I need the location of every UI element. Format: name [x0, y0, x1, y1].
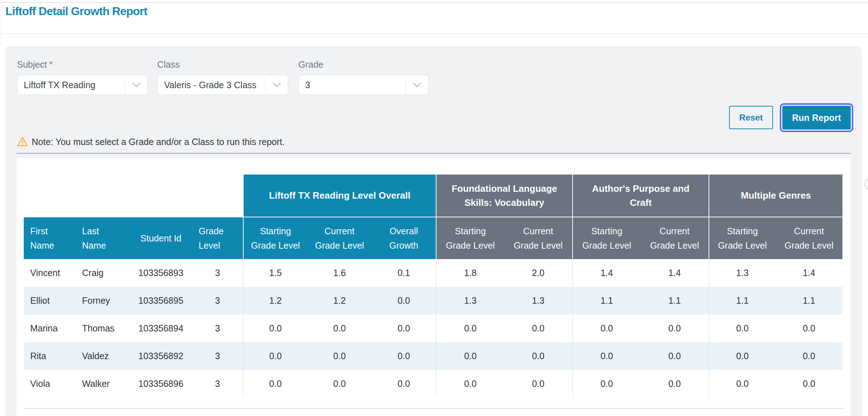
- chevron-down-icon: [132, 82, 141, 87]
- data-cell: 0.0: [243, 370, 307, 398]
- class-select-value: Valeris - Grade 3 Class: [164, 75, 257, 95]
- grade-label: Grade: [298, 59, 323, 70]
- growth-report-table: Liftoff TX Reading Level OverallFoundati…: [24, 175, 842, 398]
- chevron-down-icon: [412, 82, 422, 87]
- data-cell: 103356893: [130, 259, 192, 287]
- data-cell: 0.0: [243, 342, 307, 370]
- column-header-cell: Starting Grade Level: [572, 217, 641, 259]
- data-cell: 0.0: [641, 315, 709, 342]
- data-cell: 0.0: [504, 370, 572, 398]
- floating-widget-button[interactable]: [865, 177, 868, 191]
- data-cell: 1.3: [436, 287, 504, 315]
- data-cell: 1.2: [307, 287, 372, 315]
- table-row: ViolaWalker10335689630.00.00.00.00.00.00…: [24, 370, 842, 398]
- data-cell: 0.1: [372, 259, 436, 287]
- data-cell: 1.3: [709, 259, 776, 287]
- header-divider: [0, 33, 868, 34]
- data-cell: 0.0: [436, 342, 504, 370]
- data-cell: 3: [192, 315, 243, 342]
- data-cell: 103356894: [130, 315, 192, 342]
- data-cell: 0.0: [436, 315, 504, 342]
- column-header-cell: Student Id: [130, 217, 192, 259]
- data-cell: 0.0: [572, 370, 641, 398]
- data-cell: Walker: [76, 370, 130, 398]
- group-header-cell: [24, 175, 243, 217]
- data-cell: 1.4: [572, 259, 641, 287]
- column-header-cell: Starting Grade Level: [243, 217, 307, 259]
- data-cell: Vincent: [24, 259, 76, 287]
- data-cell: 1.8: [436, 259, 504, 287]
- data-cell: 1.3: [504, 287, 572, 315]
- data-cell: 3: [192, 287, 243, 315]
- note-divider: [17, 153, 851, 154]
- window-top-border: [0, 2, 868, 3]
- column-header-cell: Current Grade Level: [504, 217, 572, 259]
- column-header-cell: Grade Level: [192, 217, 243, 259]
- select-separator: [125, 77, 125, 92]
- group-header-cell: Author's Purpose and Craft: [572, 175, 709, 217]
- grade-select[interactable]: 3: [298, 75, 429, 95]
- select-separator: [265, 77, 266, 92]
- data-cell: 1.1: [776, 287, 842, 315]
- report-table-wrap: Liftoff TX Reading Level OverallFoundati…: [24, 175, 842, 398]
- group-header-cell: Multiple Genres: [709, 175, 842, 217]
- data-cell: 0.0: [504, 342, 572, 370]
- group-header-cell: Liftoff TX Reading Level Overall: [243, 175, 436, 217]
- data-cell: 0.0: [504, 315, 572, 342]
- data-cell: Thomas: [76, 315, 130, 342]
- data-cell: 0.0: [776, 370, 842, 398]
- column-header-cell: Starting Grade Level: [436, 217, 504, 259]
- data-cell: Marina: [24, 315, 76, 342]
- data-cell: 103356896: [130, 370, 192, 398]
- class-select[interactable]: Valeris - Grade 3 Class: [157, 75, 288, 95]
- data-cell: 103356895: [130, 287, 192, 315]
- data-cell: 1.1: [572, 287, 641, 315]
- column-header-cell: Overall Growth: [372, 217, 436, 259]
- data-cell: Forney: [76, 287, 130, 315]
- warning-icon: [17, 136, 28, 146]
- required-asterisk: *: [49, 59, 53, 69]
- select-separator: [406, 77, 406, 92]
- data-cell: Viola: [24, 370, 76, 398]
- data-cell: Valdez: [76, 342, 130, 370]
- data-cell: 0.0: [572, 342, 641, 370]
- subject-select[interactable]: Liftoff TX Reading: [17, 75, 148, 95]
- data-cell: 1.1: [641, 287, 709, 315]
- data-cell: 0.0: [372, 287, 436, 315]
- grade-select-value: 3: [305, 75, 310, 95]
- data-cell: 0.0: [372, 342, 436, 370]
- table-bottom-divider: [23, 408, 844, 409]
- column-header-cell: First Name: [24, 217, 76, 259]
- table-row: MarinaThomas10335689430.00.00.00.00.00.0…: [24, 315, 842, 342]
- data-cell: 3: [192, 370, 243, 398]
- data-cell: 0.0: [709, 342, 776, 370]
- data-cell: 0.0: [307, 370, 372, 398]
- data-cell: 0.0: [641, 342, 709, 370]
- data-cell: 3: [192, 259, 243, 287]
- run-report-button[interactable]: Run Report: [782, 106, 851, 130]
- subject-select-value: Liftoff TX Reading: [24, 75, 95, 95]
- data-cell: 0.0: [776, 315, 842, 342]
- data-cell: Elliot: [24, 287, 76, 315]
- data-cell: 0.0: [572, 315, 641, 342]
- subject-label: Subject*: [17, 59, 53, 70]
- table-row: RitaValdez10335689230.00.00.00.00.00.00.…: [24, 342, 842, 370]
- data-cell: 0.0: [307, 342, 372, 370]
- column-header-cell: Starting Grade Level: [709, 217, 776, 259]
- data-cell: 103356892: [130, 342, 192, 370]
- data-cell: 1.2: [243, 287, 307, 315]
- group-header-cell: Foundational Language Skills: Vocabulary: [436, 175, 572, 217]
- data-cell: 0.0: [709, 370, 776, 398]
- window-left-border: [1, 3, 1, 46]
- data-cell: Craig: [76, 259, 130, 287]
- note-text: Note: You must select a Grade and/or a C…: [32, 136, 285, 147]
- column-header-cell: Current Grade Level: [641, 217, 709, 259]
- table-row: ElliotForney10335689531.21.20.01.31.31.1…: [24, 287, 842, 315]
- data-cell: 1.5: [243, 259, 307, 287]
- data-cell: 1.4: [776, 259, 842, 287]
- data-cell: 0.0: [372, 370, 436, 398]
- page-title: Liftoff Detail Growth Report: [5, 5, 147, 18]
- chevron-down-icon: [272, 82, 281, 87]
- data-cell: 0.0: [709, 315, 776, 342]
- reset-button[interactable]: Reset: [729, 106, 773, 129]
